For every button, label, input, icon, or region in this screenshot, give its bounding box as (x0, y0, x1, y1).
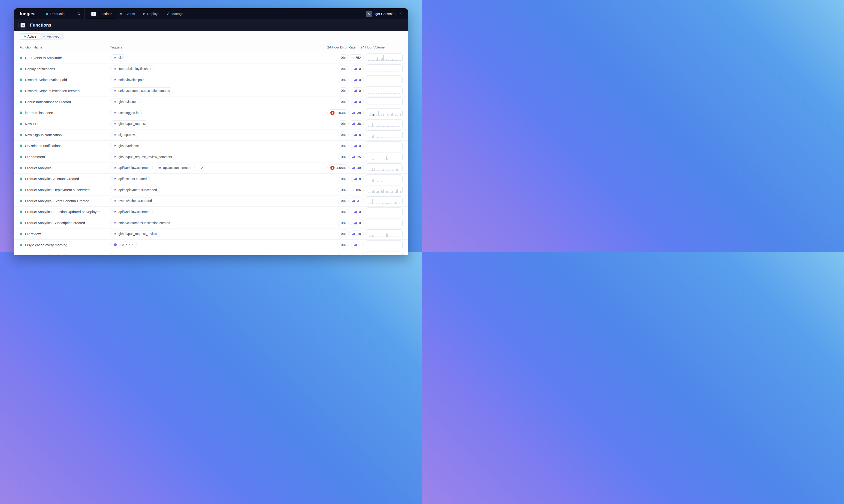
volume-bar (399, 242, 400, 248)
filter-active-button[interactable]: Active (20, 34, 40, 39)
trigger-badge: github/pull_request (110, 121, 149, 127)
triggers-cell: stripe/invoice.paid (110, 77, 314, 83)
function-name-cell: Discord: Stripe subscription created (20, 89, 110, 93)
user-menu[interactable]: IG Igor Gassmann (360, 8, 408, 19)
function-row[interactable]: CLI Events to Amplitude cli/* ! 0% 852 (14, 52, 408, 64)
page-header: Functions (14, 19, 408, 31)
volume-bar (378, 111, 379, 116)
error-rate-cell: ! 0% (314, 143, 348, 149)
function-name: Purge cache every morning (25, 243, 67, 247)
trigger-label: cli/* (119, 56, 124, 59)
function-name-cell: Product Analytics: Account Created (20, 177, 110, 181)
bar-chart-icon (354, 67, 357, 70)
error-rate-value: 0% (341, 232, 346, 236)
volume-sparkline (366, 163, 402, 172)
trigger-badge: github/release (110, 143, 142, 149)
tab-label: Manage (172, 12, 183, 16)
tab-events[interactable]: Events (116, 8, 138, 19)
status-filter: Active Archived (20, 33, 64, 40)
function-row[interactable]: Product Analytics: Subscription created … (14, 217, 408, 229)
user-name: Igor Gassmann (374, 12, 397, 16)
trigger-label: github/release (119, 144, 139, 148)
function-row[interactable]: Github notifications to Discord github/i… (14, 96, 408, 108)
bar-chart-icon (354, 177, 357, 180)
volume-bar (400, 113, 401, 116)
function-row[interactable]: Discord: Stripe subscription created str… (14, 85, 408, 96)
volume-bar (368, 126, 369, 127)
function-name: PR comment (25, 155, 45, 159)
logo-wrap[interactable]: inngest (14, 8, 42, 19)
volume-cell: 0 (348, 65, 402, 73)
volume-sparkline (366, 108, 402, 117)
trigger-label: api/account.created (163, 166, 191, 169)
volume-sparkline (366, 208, 402, 216)
volume-value: 0 (359, 144, 361, 148)
tab-functions[interactable]: Functions (88, 8, 116, 19)
tab-deploys[interactable]: Deploys (138, 8, 163, 19)
trigger-label: internal.deploy.finished (119, 67, 151, 71)
volume-bar (373, 60, 374, 61)
volume-bar (390, 203, 391, 204)
function-row[interactable]: PR review github/pull_request_review ! 0… (14, 229, 408, 239)
tab-manage[interactable]: Manage (163, 8, 187, 19)
table-header: Function Name Triggers 24 Hour Error Rat… (14, 42, 408, 52)
triggers-cell: api/account.created (110, 176, 314, 182)
tab-label: Deploys (147, 12, 159, 16)
environment-selector[interactable]: Production (42, 8, 85, 19)
volume-bar (389, 170, 390, 171)
trigger-badge: github/pull_request_review_comment (110, 154, 175, 160)
volume-bar (392, 113, 393, 116)
error-rate-value: 0% (341, 221, 346, 225)
volume-bar (383, 114, 384, 116)
volume-badge: 156 (347, 187, 364, 193)
volume-bar (387, 126, 388, 127)
event-icon (113, 89, 117, 92)
function-row[interactable]: OS release notifications github/release … (14, 141, 408, 151)
function-row[interactable]: Product Analytics api/workflow.upserteda… (14, 162, 408, 174)
function-row[interactable]: Product Analytics: Event Schema Created … (14, 196, 408, 206)
function-row[interactable]: Discord: Stripe invoice paid stripe/invo… (14, 74, 408, 85)
function-row[interactable]: PR comment github/pull_request_review_co… (14, 151, 408, 162)
trigger-badge: events/schema.created (110, 198, 155, 204)
triggers-cell: stripe/customer.subscription.created (110, 220, 314, 226)
function-name: intercom last seen (25, 111, 53, 115)
volume-value: 0 (359, 221, 361, 225)
volume-bar (376, 114, 377, 116)
function-row[interactable]: New Signup Notification signup.new ! 0% … (14, 129, 408, 141)
trigger-label: 0 8 * * * (119, 243, 134, 247)
error-rate-cell: ! 0% (314, 231, 348, 237)
filter-bar: Active Archived (14, 31, 408, 42)
volume-bar (372, 199, 373, 204)
volume-value: 8 (359, 177, 361, 181)
volume-bar (379, 59, 380, 61)
trigger-label: events/schema.created (119, 199, 152, 203)
volume-bar (394, 60, 395, 61)
volume-bar (399, 187, 400, 193)
function-row[interactable]: Product Analytics: Function Updated or D… (14, 206, 408, 218)
volume-bar (386, 115, 387, 116)
event-icon (158, 166, 162, 169)
function-name: Product Analytics: Deployment succeeded (25, 188, 90, 192)
function-row[interactable]: intercom last seen user.logged.in ! 2.63… (14, 107, 408, 119)
volume-bar (400, 191, 401, 193)
function-row[interactable]: Product Analytics: Account Created api/a… (14, 174, 408, 185)
volume-bar (389, 202, 390, 204)
status-dot (20, 111, 22, 114)
volume-bar (383, 169, 384, 171)
function-row[interactable]: Reset password email and reminder passwo… (14, 250, 408, 252)
error-rate-value: 0% (341, 100, 346, 104)
filter-archived-button[interactable]: Archived (40, 34, 63, 39)
function-row[interactable]: New PR github/pull_request ! 0% 38 (14, 119, 408, 129)
status-dot (20, 156, 22, 158)
triggers-cell: api/workflow.upsertedapi/account.created… (110, 164, 314, 171)
bar-chart-icon (352, 232, 355, 235)
error-rate-value: 0% (341, 210, 346, 214)
volume-bar (382, 203, 383, 204)
nav-right: IG Igor Gassmann (360, 8, 408, 19)
function-row[interactable]: Product Analytics: Deployment succeeded … (14, 184, 408, 196)
function-name: New Signup Notification (25, 133, 61, 137)
volume-bar (384, 114, 385, 116)
function-row[interactable]: Deploy notifications internal.deploy.fin… (14, 64, 408, 74)
error-rate-cell: ! 4.08% (314, 164, 348, 171)
function-row[interactable]: Purge cache every morning 0 8 * * * ! 0%… (14, 239, 408, 251)
